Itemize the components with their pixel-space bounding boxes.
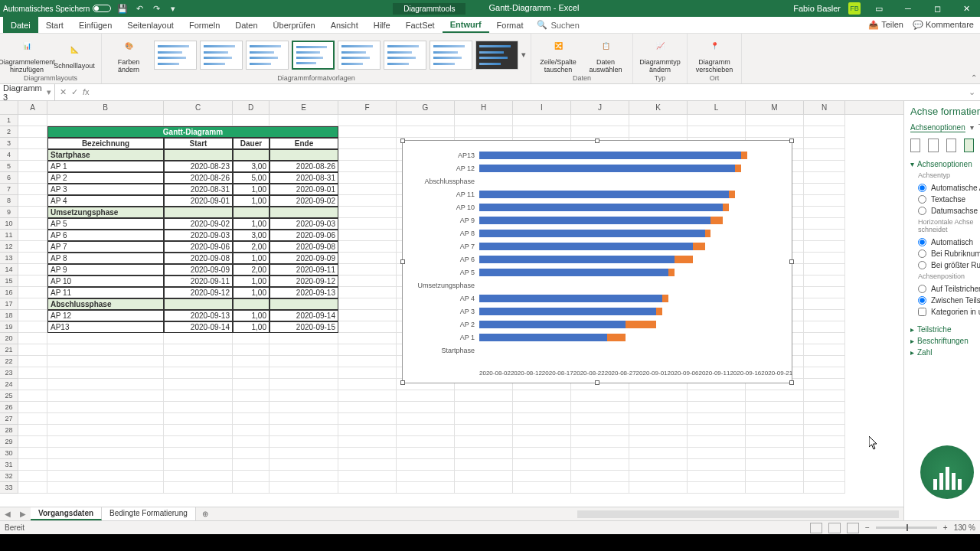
- add-chart-element-button[interactable]: 📊Diagrammelement hinzufügen: [5, 36, 49, 74]
- task-end[interactable]: 2020-09-02: [270, 195, 338, 207]
- col-header-B[interactable]: B: [47, 101, 164, 114]
- row-header[interactable]: 17: [0, 298, 18, 310]
- add-sheet-icon[interactable]: ⊕: [196, 510, 214, 518]
- chart-category-label[interactable]: AP 8: [406, 230, 479, 237]
- chart-bar-duration[interactable]: [693, 243, 705, 250]
- col-header-N[interactable]: N: [804, 101, 845, 114]
- chart-style-8[interactable]: [475, 41, 518, 70]
- section-number[interactable]: ▸ Zahl: [910, 348, 974, 357]
- chart-category-label[interactable]: AP 10: [406, 204, 479, 211]
- chart-category-label[interactable]: AP 5: [406, 269, 479, 276]
- row-header[interactable]: 12: [0, 241, 18, 253]
- table-header[interactable]: Dauer: [233, 138, 270, 149]
- task-name[interactable]: AP 6: [47, 230, 164, 241]
- phase-row[interactable]: Umsetzungsphase: [47, 207, 164, 218]
- chart-bar-offset[interactable]: [479, 204, 723, 211]
- chart-bar-offset[interactable]: [479, 269, 668, 276]
- user-name[interactable]: Fabio Basler: [793, 4, 841, 13]
- row-header[interactable]: 7: [0, 184, 18, 195]
- task-duration[interactable]: 3,00: [233, 161, 270, 172]
- close-icon[interactable]: ✕: [956, 1, 977, 16]
- col-header-A[interactable]: A: [18, 101, 47, 114]
- task-end[interactable]: 2020-09-06: [270, 230, 338, 241]
- chart-style-2[interactable]: [200, 41, 243, 70]
- chart-style-7[interactable]: [430, 41, 472, 70]
- chart-bar-duration[interactable]: [729, 191, 735, 198]
- task-start[interactable]: 2020-09-14: [164, 321, 233, 333]
- row-header[interactable]: 30: [0, 448, 18, 459]
- chart-category-label[interactable]: AP 7: [406, 243, 479, 250]
- row-header[interactable]: 13: [0, 253, 18, 264]
- sheet-tab[interactable]: Bedingte Formatierung: [102, 507, 196, 520]
- task-start[interactable]: 2020-08-23: [164, 161, 233, 172]
- opt-axis-auto[interactable]: Automatische Auswahl auf Daten: [910, 182, 974, 194]
- chart-style-4[interactable]: [292, 41, 335, 70]
- chart-x-axis[interactable]: 2020-08-022020-08-122020-08-172020-08-22…: [479, 370, 784, 377]
- task-start[interactable]: 2020-09-06: [164, 241, 233, 253]
- chart-bar-offset[interactable]: [479, 191, 729, 198]
- chart-bar-offset[interactable]: [479, 152, 741, 159]
- chart-category-label[interactable]: AP 11: [406, 191, 479, 198]
- chk-reverse-categories[interactable]: Kategorien in umgekehrter Reihenfolge: [910, 306, 974, 318]
- chart-category-label[interactable]: AP13: [406, 152, 479, 159]
- sheet-nav-prev-icon[interactable]: ◀: [0, 510, 15, 518]
- collapse-ribbon-icon[interactable]: ⌃: [971, 73, 977, 82]
- select-all-corner[interactable]: [0, 101, 18, 114]
- section-tick-marks[interactable]: ▸ Teilstriche: [910, 325, 974, 334]
- confirm-formula-icon[interactable]: ✓: [71, 87, 78, 97]
- user-avatar[interactable]: FB: [848, 2, 861, 15]
- task-duration[interactable]: 1,00: [233, 218, 270, 230]
- row-header[interactable]: 25: [0, 390, 18, 402]
- chart-category-label[interactable]: AP 9: [406, 217, 479, 224]
- select-data-button[interactable]: 📋Daten auswählen: [583, 36, 628, 74]
- row-header[interactable]: 24: [0, 379, 18, 390]
- row-header[interactable]: 4: [0, 149, 18, 161]
- view-page-break-icon[interactable]: [847, 523, 859, 533]
- view-normal-icon[interactable]: [810, 523, 822, 533]
- task-name[interactable]: AP 12: [47, 310, 164, 321]
- effects-icon[interactable]: [928, 139, 938, 152]
- chart-style-5[interactable]: [338, 41, 381, 70]
- table-header[interactable]: Bezeichnung: [47, 138, 164, 149]
- column-headers[interactable]: ABCDEFGHIJKLMN: [0, 101, 903, 115]
- chart-style-6[interactable]: [384, 41, 426, 70]
- chart-bar-duration[interactable]: [741, 152, 747, 159]
- task-name[interactable]: AP 7: [47, 241, 164, 253]
- zoom-out-icon[interactable]: −: [865, 523, 870, 532]
- chart-bar-offset[interactable]: [479, 256, 675, 263]
- row-header[interactable]: 32: [0, 471, 18, 482]
- chart-bar-offset[interactable]: [479, 334, 607, 341]
- task-end[interactable]: 2020-09-15: [270, 321, 338, 333]
- task-end[interactable]: 2020-09-14: [270, 310, 338, 321]
- chart-style-1[interactable]: [154, 41, 197, 70]
- task-duration[interactable]: 2,00: [233, 264, 270, 276]
- axis-options-icon[interactable]: [964, 139, 974, 152]
- chart-category-label[interactable]: Abschlussphase: [406, 178, 479, 185]
- row-header[interactable]: 15: [0, 276, 18, 287]
- task-duration[interactable]: 1,00: [233, 287, 270, 298]
- section-labels[interactable]: ▸ Beschriftungen: [910, 337, 974, 345]
- row-header[interactable]: 14: [0, 264, 18, 276]
- task-start[interactable]: 2020-09-03: [164, 230, 233, 241]
- table-header[interactable]: Ende: [270, 138, 338, 149]
- row-header[interactable]: 18: [0, 310, 18, 321]
- chart-bar-offset[interactable]: [479, 230, 705, 237]
- tab-hilfe[interactable]: Hilfe: [366, 17, 398, 33]
- chart-category-label[interactable]: AP 1: [406, 334, 479, 341]
- task-name[interactable]: AP 4: [47, 195, 164, 207]
- row-header[interactable]: 10: [0, 218, 18, 230]
- row-header[interactable]: 19: [0, 321, 18, 333]
- task-duration[interactable]: 2,00: [233, 241, 270, 253]
- tab-seitenlayout[interactable]: Seitenlayout: [119, 17, 181, 33]
- chart-category-label[interactable]: Startphase: [406, 347, 479, 354]
- zoom-slider[interactable]: [876, 527, 937, 529]
- task-name[interactable]: AP 1: [47, 161, 164, 172]
- tab-einfügen[interactable]: Einfügen: [71, 17, 119, 33]
- chart-style-3[interactable]: [246, 41, 289, 70]
- col-header-F[interactable]: F: [338, 101, 397, 114]
- task-duration[interactable]: 1,00: [233, 310, 270, 321]
- task-name[interactable]: AP 11: [47, 287, 164, 298]
- task-end[interactable]: 2020-09-12: [270, 276, 338, 287]
- phase-row[interactable]: Abschlussphase: [47, 298, 164, 310]
- task-name[interactable]: AP13: [47, 321, 164, 333]
